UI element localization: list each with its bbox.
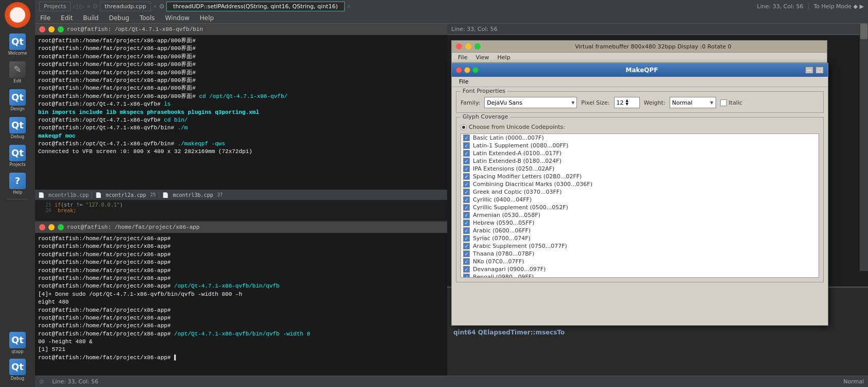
glyph-checkbox[interactable]: ✓ — [463, 134, 470, 141]
glyph-item[interactable]: ✓Arabic Supplement (0750...077F) — [461, 242, 819, 250]
dialog-win-max[interactable]: □ — [815, 66, 824, 74]
sidebar-item-edit[interactable]: ✎ Edit — [4, 59, 31, 86]
glyph-item[interactable]: ✓Devanagari (0900...097F) — [461, 265, 819, 273]
file-name-2: mcontrl2a.cpp — [106, 192, 146, 198]
menu-file[interactable]: File — [35, 13, 56, 23]
terminal-max-btn[interactable] — [58, 26, 64, 32]
dialog-close-btn[interactable] — [456, 67, 462, 73]
glyph-item[interactable]: ✓Arabic (0600...06FF) — [461, 227, 819, 234]
help-icon: ? — [9, 173, 26, 189]
sidebar-item-design[interactable]: Qt Design — [4, 87, 31, 113]
sidebar-label-help: Help — [13, 190, 22, 195]
glyph-checkbox[interactable]: ✓ — [463, 165, 470, 172]
glyph-item[interactable]: ✓Latin Extended-A (0100...017F) — [461, 149, 819, 157]
to-help-mode[interactable]: To Help Mode ◆ ▶ — [813, 3, 864, 10]
glyph-list[interactable]: ✓Basic Latin (0000...007F)✓Latin-1 Suppl… — [461, 133, 819, 278]
vfb-min-btn[interactable] — [465, 43, 471, 49]
terminal-close-btn[interactable] — [39, 26, 45, 32]
glyph-checkbox[interactable]: ✓ — [463, 158, 470, 164]
file-tab-mc2a[interactable]: 📄 mcontrl2a.cpp 25 — [92, 192, 159, 198]
glyph-item[interactable]: ✓Armenian (0530...058F) — [461, 211, 819, 219]
glyph-checkbox[interactable]: ✓ — [463, 220, 470, 226]
glyph-checkbox[interactable]: ✓ — [463, 142, 470, 149]
active-tab[interactable]: threadUDP::setIPAddress(QString, qint16,… — [166, 2, 345, 11]
dialog-win-min[interactable]: — — [805, 66, 813, 74]
menu-window[interactable]: Window — [160, 13, 195, 23]
glyph-item[interactable]: ✓Cyrillic Supplement (0500...052F) — [461, 204, 819, 211]
line-col-display: Line: 33, Col: 56 — [451, 26, 498, 32]
menu-debug[interactable]: Debug — [104, 13, 134, 23]
glyph-item[interactable]: ✓Combining Diacritical Marks (0300...036… — [461, 180, 819, 188]
glyph-checkbox[interactable]: ✓ — [463, 212, 470, 218]
glyph-item[interactable]: ✓IPA Extensions (0250...02AF) — [461, 165, 819, 173]
glyph-item[interactable]: ✓Cyrillic (0400...04FF) — [461, 196, 819, 204]
glyph-checkbox[interactable]: ✓ — [463, 227, 470, 234]
menu-edit[interactable]: Edit — [56, 13, 78, 23]
sidebar-item-debug2[interactable]: Qt Debug — [4, 356, 31, 383]
glyph-item[interactable]: ✓Spacing Modifier Letters (02B0...02FF) — [461, 173, 819, 180]
ubuntu-icon[interactable] — [5, 2, 30, 28]
family-combo[interactable]: DejaVu Sans ▼ — [484, 97, 577, 108]
glyph-checkbox[interactable]: ✓ — [463, 189, 470, 195]
vfb-menu-help[interactable]: Help — [493, 54, 515, 61]
glyph-checkbox[interactable]: ✓ — [463, 250, 470, 257]
sidebar-item-debug[interactable]: Qt Debug — [4, 114, 31, 141]
scrollbar-thumb[interactable] — [860, 24, 867, 39]
projects-tab-label[interactable]: Projects — [39, 2, 71, 11]
terminal-min-btn[interactable] — [48, 26, 55, 32]
sidebar-item-qtapp[interactable]: Qt qtapp — [4, 329, 31, 356]
vfb-menu-file[interactable]: File — [454, 54, 471, 61]
glyph-checkbox[interactable]: ✓ — [463, 243, 470, 249]
weight-combo[interactable]: Normal ▼ — [670, 97, 716, 108]
terminal-bot-min[interactable] — [48, 224, 55, 230]
glyph-checkbox[interactable]: ✓ — [463, 274, 470, 278]
sidebar-item-help[interactable]: ? Help — [4, 170, 31, 197]
glyph-checkbox[interactable]: ✓ — [463, 235, 470, 242]
vfb-close-btn[interactable] — [456, 43, 462, 49]
design-icon: Qt — [9, 89, 26, 106]
glyph-checkbox[interactable]: ✓ — [463, 266, 470, 273]
dialog-max-btn[interactable] — [472, 67, 479, 73]
terminal-top-content[interactable]: root@fatfish:/home/fat/project/x86-app/8… — [35, 35, 447, 204]
menu-help[interactable]: Help — [195, 13, 219, 23]
dialog-file-menu[interactable]: File — [455, 78, 472, 85]
dialog-min-btn[interactable] — [464, 67, 470, 73]
glyph-item[interactable]: ✓NKo (07C0...07FF) — [461, 258, 819, 265]
file-tab-mc3b[interactable]: 📄 mcontrl3b.cpp 27 — [159, 192, 226, 198]
threadudp-tab[interactable]: threadudp.cpp — [100, 2, 151, 11]
file-tab-mcb[interactable]: 📄 mcontrl1b.cpp — [35, 192, 92, 198]
menu-build[interactable]: Build — [78, 13, 104, 23]
terminal-bot-content[interactable]: root@fatfish:/home/fat/project/x86-app# … — [35, 233, 447, 379]
italic-checkbox[interactable] — [720, 99, 727, 106]
spinbox-down[interactable]: ▼ — [626, 103, 628, 106]
menu-tools[interactable]: Tools — [134, 13, 160, 23]
glyph-item[interactable]: ✓Syriac (0700...074F) — [461, 234, 819, 242]
terminal-bot-close[interactable] — [39, 224, 45, 230]
glyph-item[interactable]: ✓Hebrew (0590...05FF) — [461, 219, 819, 227]
glyph-item[interactable]: ✓Bengali (0980...09FF) — [461, 273, 819, 278]
unicode-radio-label: Choose from Unicode Codepoints: — [469, 124, 565, 130]
vfb-menu-view[interactable]: View — [471, 54, 493, 61]
glyph-item[interactable]: ✓Basic Latin (0000...007F) — [461, 134, 819, 142]
glyph-checkbox[interactable]: ✓ — [463, 150, 470, 157]
pixel-size-value: 12 — [617, 99, 624, 106]
glyph-checkbox[interactable]: ✓ — [463, 204, 470, 211]
pixel-size-spinbox[interactable]: 12 ▲ ▼ — [614, 97, 640, 108]
sidebar-item-projects[interactable]: Qt Projects — [4, 142, 31, 169]
glyph-checkbox[interactable]: ✓ — [463, 173, 470, 180]
glyph-checkbox[interactable]: ✓ — [463, 196, 470, 203]
terminal-line: root@fatfish:/home/fat/project/x86-app/8… — [38, 45, 444, 53]
sidebar-label-edit: Edit — [13, 79, 22, 83]
vfb-max-btn[interactable] — [474, 43, 481, 49]
glyph-item[interactable]: ✓Latin Extended-B (0180...024F) — [461, 157, 819, 165]
glyph-checkbox[interactable]: ✓ — [463, 258, 470, 265]
right-scrollbar[interactable] — [860, 24, 868, 271]
terminal-bot-max[interactable] — [58, 224, 64, 230]
glyph-item[interactable]: ✓Greek and Coptic (0370...03FF) — [461, 188, 819, 196]
unicode-radio[interactable] — [461, 124, 467, 130]
glyph-item[interactable]: ✓Thaana (0780...07BF) — [461, 250, 819, 258]
glyph-item[interactable]: ✓Latin-1 Supplement (0080...00FF) — [461, 142, 819, 149]
terminal-line-ls: bin imports include lib mkspecs phrasebo… — [38, 109, 444, 116]
glyph-checkbox[interactable]: ✓ — [463, 181, 470, 188]
sidebar-item-welcome[interactable]: Qt Welcome — [4, 31, 31, 58]
